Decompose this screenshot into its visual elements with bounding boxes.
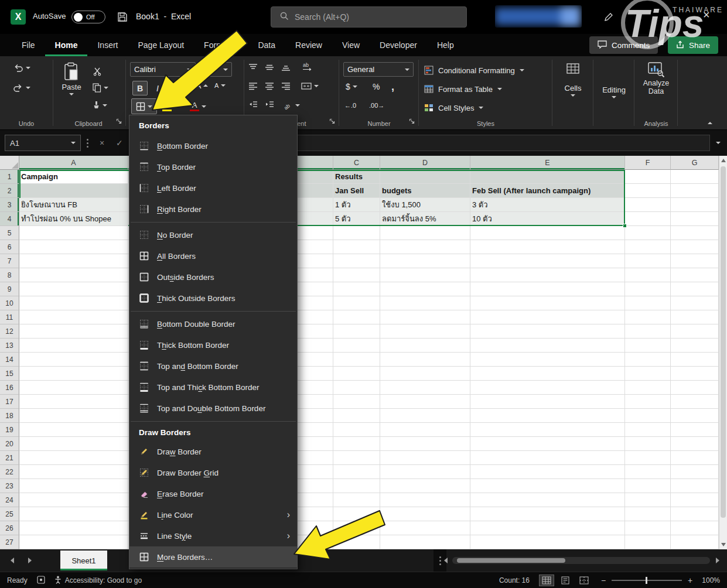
cell-A12[interactable] [19, 324, 128, 339]
cell-G11[interactable] [671, 310, 719, 324]
cell-F17[interactable] [625, 395, 671, 409]
cell-D5[interactable] [380, 226, 470, 240]
page-layout-view-button[interactable] [558, 575, 573, 586]
font-color-button[interactable]: A [190, 98, 214, 114]
cell-F2[interactable] [625, 184, 671, 198]
zoom-slider-thumb[interactable] [646, 577, 647, 584]
cell-E24[interactable] [470, 493, 625, 507]
horizontal-scroll-thumb[interactable] [457, 558, 565, 563]
cell-E2[interactable]: Feb Sell (After launch campaign) [470, 184, 625, 198]
menu-item-more-borders[interactable]: More Borders… [129, 546, 297, 568]
row-header-9[interactable]: 9 [0, 282, 19, 296]
cell-C15[interactable] [333, 367, 380, 381]
row-header-12[interactable]: 12 [0, 324, 19, 339]
cell-F10[interactable] [625, 296, 671, 310]
cell-E12[interactable] [470, 324, 625, 339]
menu-item-no-border[interactable]: No Border [129, 224, 297, 245]
cell-D11[interactable] [380, 310, 470, 324]
cell-F20[interactable] [625, 437, 671, 451]
share-button[interactable]: Share [668, 36, 718, 54]
cell-G24[interactable] [671, 493, 719, 507]
cell-D19[interactable] [380, 423, 470, 437]
comments-button[interactable]: Comments [589, 36, 658, 54]
collapse-ribbon-button[interactable] [708, 116, 712, 127]
cell-F12[interactable] [625, 324, 671, 339]
redo-button[interactable] [13, 83, 30, 93]
tab-view[interactable]: View [332, 34, 370, 56]
cell-F13[interactable] [625, 339, 671, 353]
cell-E8[interactable] [470, 268, 625, 282]
fill-color-button[interactable] [162, 98, 186, 114]
cell-G18[interactable] [671, 409, 719, 423]
menu-item-left-border[interactable]: Left Border [129, 177, 297, 199]
editing-button[interactable]: Editing [595, 86, 633, 98]
vertical-scroll-thumb[interactable] [721, 166, 726, 518]
menu-item-line-style[interactable]: Line Style› [129, 525, 297, 546]
cell-A27[interactable] [19, 535, 128, 549]
cell-F6[interactable] [625, 240, 671, 254]
cell-C2[interactable]: Jan Sell [333, 184, 380, 198]
menu-item-top-and-thick-bottom-border[interactable]: Top and Thick Bottom Border [129, 377, 297, 398]
conditional-formatting-button[interactable]: Conditional Formatting [424, 63, 524, 77]
menu-item-bottom-border[interactable]: Bottom Border [129, 135, 297, 156]
cell-A25[interactable] [19, 507, 128, 521]
sheet-tab-sheet1[interactable]: Sheet1 [60, 551, 107, 570]
cell-G25[interactable] [671, 507, 719, 521]
cell-E3[interactable]: 3 ตัว [470, 198, 625, 212]
number-format-combobox[interactable]: General [343, 62, 414, 77]
cell-A11[interactable] [19, 310, 128, 324]
row-header-13[interactable]: 13 [0, 339, 19, 353]
cell-E5[interactable] [470, 226, 625, 240]
menu-item-erase-border[interactable]: Erase Border [129, 483, 297, 504]
grow-font-button[interactable]: A [196, 81, 208, 90]
cell-D22[interactable] [380, 465, 470, 479]
menu-item-outside-borders[interactable]: Outside Borders [129, 266, 297, 288]
row-header-21[interactable]: 21 [0, 451, 19, 465]
row-header-3[interactable]: 3 [0, 198, 19, 212]
search-bar[interactable] [271, 6, 467, 28]
format-as-table-button[interactable]: Format as Table [424, 82, 502, 96]
cell-F15[interactable] [625, 367, 671, 381]
cell-F8[interactable] [625, 268, 671, 282]
top-align-button[interactable] [248, 63, 258, 71]
decrease-decimal-button[interactable]: .00→ [369, 102, 384, 109]
enter-entry-button[interactable]: ✓ [116, 135, 123, 151]
column-header-F[interactable]: F [625, 156, 671, 170]
cell-D1[interactable] [380, 170, 470, 184]
cell-A20[interactable] [19, 437, 128, 451]
align-center-button[interactable] [265, 82, 274, 90]
menu-item-draw-border[interactable]: Draw Border [129, 441, 297, 462]
cell-F23[interactable] [625, 479, 671, 493]
cancel-entry-button[interactable]: × [100, 135, 104, 151]
cell-C20[interactable] [333, 437, 380, 451]
cell-F3[interactable] [625, 198, 671, 212]
row-header-16[interactable]: 16 [0, 381, 19, 395]
cell-A8[interactable] [19, 268, 128, 282]
middle-align-button[interactable] [265, 63, 274, 71]
cell-F5[interactable] [625, 226, 671, 240]
font-size-combobox[interactable]: 11 [199, 62, 232, 77]
zoom-slider[interactable] [612, 580, 682, 581]
normal-view-button[interactable] [539, 575, 554, 586]
cell-G5[interactable] [671, 226, 719, 240]
cell-G26[interactable] [671, 521, 719, 535]
cell-C19[interactable] [333, 423, 380, 437]
cell-C26[interactable] [333, 521, 380, 535]
cell-G12[interactable] [671, 324, 719, 339]
cell-A19[interactable] [19, 423, 128, 437]
alignment-dialog-launcher[interactable] [329, 116, 335, 127]
row-header-19[interactable]: 19 [0, 423, 19, 437]
number-dialog-launcher[interactable] [409, 116, 415, 127]
cell-G17[interactable] [671, 395, 719, 409]
menu-item-top-border[interactable]: Top Border [129, 156, 297, 177]
cell-G2[interactable] [671, 184, 719, 198]
tab-insert[interactable]: Insert [87, 34, 128, 56]
cut-button[interactable] [93, 67, 102, 76]
analyze-data-button[interactable]: Analyze Data [636, 61, 676, 95]
cell-F4[interactable] [625, 212, 671, 226]
cell-C6[interactable] [333, 240, 380, 254]
menu-item-bottom-double-border[interactable]: Bottom Double Border [129, 313, 297, 334]
cell-D23[interactable] [380, 479, 470, 493]
cell-E25[interactable] [470, 507, 625, 521]
shrink-font-button[interactable]: A [214, 82, 226, 89]
